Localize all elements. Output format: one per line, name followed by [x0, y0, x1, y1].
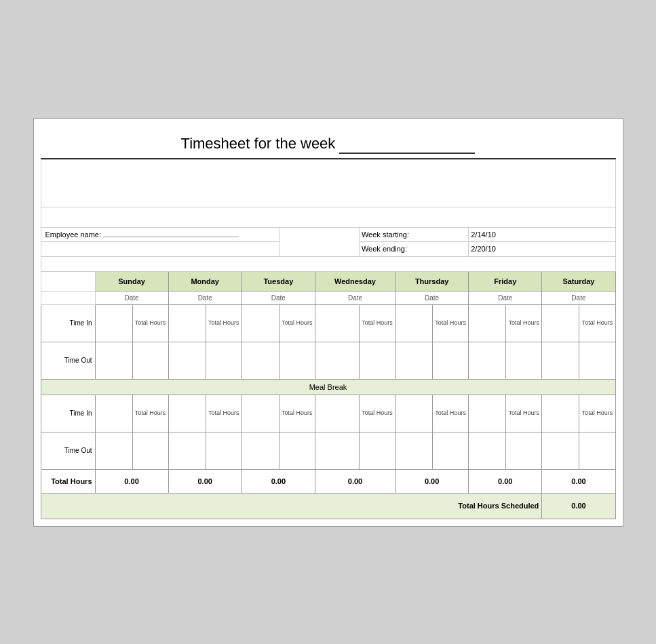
timeout-wed-total-1 — [359, 342, 395, 379]
total-saturday: 0.00 — [542, 469, 615, 493]
title-underline — [339, 135, 475, 154]
timeout-thu-1[interactable] — [395, 342, 433, 379]
timeout-sat-total-1 — [579, 342, 615, 379]
week-starting-label: Week starting: — [362, 230, 409, 239]
timeout-sun-total-2 — [132, 432, 168, 469]
time-out-row-1: Time Out — [41, 342, 615, 379]
timeout-sun-2[interactable] — [95, 432, 132, 469]
timeout-mon-total-1 — [206, 342, 242, 379]
timeout-fri-1[interactable] — [469, 342, 506, 379]
date-row: Date Date Date Date Date Date Date — [41, 291, 615, 304]
timeout-tue-2[interactable] — [242, 432, 279, 469]
week-ending-value: 2/20/10 — [471, 245, 496, 253]
timein-sat-hours-2[interactable] — [542, 395, 579, 432]
total-monday: 0.00 — [168, 469, 242, 493]
timeout-sat-2[interactable] — [542, 432, 579, 469]
timein-sat-total-2: Total Hours — [579, 395, 615, 432]
date-friday: Date — [469, 291, 542, 304]
header-thursday: Thursday — [395, 271, 469, 291]
timein-wed-hours-2[interactable] — [315, 395, 359, 432]
timeout-fri-total-1 — [506, 342, 542, 379]
timein-tue-hours-2[interactable] — [242, 395, 279, 432]
header-saturday: Saturday — [542, 271, 615, 291]
total-hours-row-label: Total Hours — [41, 469, 95, 493]
timeout-mon-total-2 — [206, 432, 242, 469]
timeout-fri-2[interactable] — [469, 432, 506, 469]
timein-mon-hours-2[interactable] — [168, 395, 206, 432]
timeout-thu-total-2 — [433, 432, 469, 469]
grand-total-value: 0.00 — [542, 493, 615, 519]
top-empty-row-2 — [41, 207, 615, 227]
timein-fri-total-1: Total Hours — [506, 304, 542, 342]
timein-sat-hours-1[interactable] — [542, 304, 579, 342]
timein-mon-total-2: Total Hours — [206, 395, 242, 432]
total-sunday: 0.00 — [95, 469, 168, 493]
title-text: Timesheet for the week — [181, 135, 336, 152]
employee-value[interactable] — [103, 237, 239, 237]
timein-fri-total-2: Total Hours — [506, 395, 542, 432]
totals-row: Total Hours 0.00 0.00 0.00 0.00 0.00 0.0… — [41, 469, 615, 493]
employee-row: Employee name: Week starting: 2/14/10 — [41, 227, 615, 241]
title-row: Timesheet for the week — [41, 125, 616, 159]
timein-thu-hours-1[interactable] — [395, 304, 433, 342]
timein-tue-hours-1[interactable] — [242, 304, 279, 342]
date-saturday: Date — [542, 291, 615, 304]
timeout-wed-total-2 — [359, 432, 395, 469]
meal-break-label: Meal Break — [41, 379, 615, 395]
header-monday: Monday — [168, 271, 242, 291]
timeout-wed-1[interactable] — [315, 342, 359, 379]
timeout-sun-1[interactable] — [95, 342, 132, 379]
meal-break-row: Meal Break — [41, 379, 615, 395]
total-wednesday: 0.00 — [315, 469, 395, 493]
timein-mon-hours-1[interactable] — [168, 304, 206, 342]
week-ending-row: Week ending: 2/20/10 — [41, 241, 615, 256]
timeout-tue-1[interactable] — [242, 342, 279, 379]
date-thursday: Date — [395, 291, 469, 304]
timein-tue-total-1: Total Hours — [279, 304, 315, 342]
timein-wed-hours-1[interactable] — [315, 304, 359, 342]
grand-total-label: Total Hours Scheduled — [41, 493, 542, 519]
date-sunday: Date — [95, 291, 168, 304]
total-tuesday: 0.00 — [242, 469, 315, 493]
timein-fri-hours-1[interactable] — [469, 304, 506, 342]
timein-sun-total-1: Total Hours — [132, 304, 168, 342]
week-ending-label: Week ending: — [362, 245, 407, 253]
header-wednesday: Wednesday — [315, 271, 395, 291]
header-sunday: Sunday — [95, 271, 168, 291]
date-monday: Date — [168, 291, 242, 304]
time-in-label-2: Time In — [41, 395, 95, 432]
timeout-sun-total-1 — [132, 342, 168, 379]
total-thursday: 0.00 — [395, 469, 469, 493]
total-friday: 0.00 — [469, 469, 542, 493]
timein-mon-total-1: Total Hours — [206, 304, 242, 342]
timeout-mon-2[interactable] — [168, 432, 206, 469]
timeout-tue-total-2 — [279, 432, 315, 469]
day-header-row: Sunday Monday Tuesday Wednesday Thursday… — [41, 271, 615, 291]
grand-total-row: Total Hours Scheduled 0.00 — [41, 493, 615, 519]
timeout-thu-2[interactable] — [395, 432, 433, 469]
timein-wed-total-2: Total Hours — [359, 395, 395, 432]
timein-sun-hours-2[interactable] — [95, 395, 132, 432]
header-friday: Friday — [469, 271, 542, 291]
timeout-mon-1[interactable] — [168, 342, 206, 379]
time-out-label-1: Time Out — [41, 342, 95, 379]
top-empty-row-1 — [41, 159, 615, 207]
timeout-tue-total-1 — [279, 342, 315, 379]
timein-thu-hours-2[interactable] — [395, 395, 433, 432]
time-in-row-1: Time In Total Hours Total Hours Total Ho… — [41, 304, 615, 342]
timein-wed-total-1: Total Hours — [359, 304, 395, 342]
timein-sun-total-2: Total Hours — [132, 395, 168, 432]
timein-thu-total-1: Total Hours — [433, 304, 469, 342]
timeout-thu-total-1 — [433, 342, 469, 379]
timein-sat-total-1: Total Hours — [579, 304, 615, 342]
timein-fri-hours-2[interactable] — [469, 395, 506, 432]
timeout-sat-1[interactable] — [542, 342, 579, 379]
header-tuesday: Tuesday — [242, 271, 315, 291]
employee-label: Employee name: — [45, 230, 102, 239]
timein-thu-total-2: Total Hours — [433, 395, 469, 432]
spacer-row — [41, 256, 615, 271]
timesheet: Timesheet for the week Employee name: We… — [33, 118, 623, 527]
timeout-wed-2[interactable] — [315, 432, 359, 469]
date-tuesday: Date — [242, 291, 315, 304]
timein-sun-hours-1[interactable] — [95, 304, 132, 342]
